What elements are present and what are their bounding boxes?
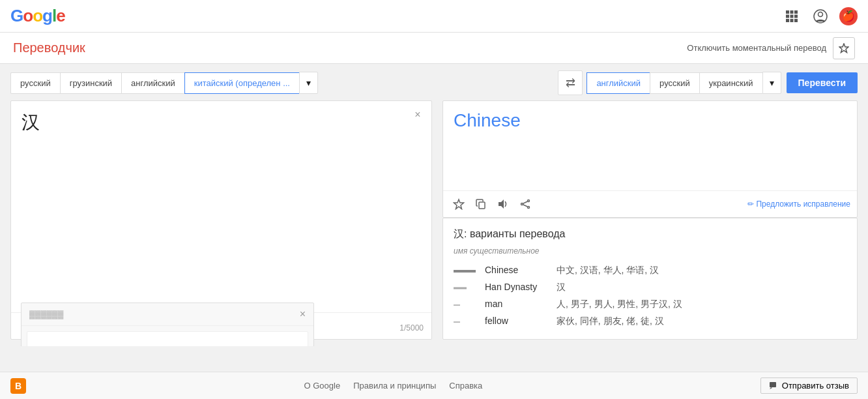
svg-rect-23 [454,304,460,306]
svg-point-17 [528,207,530,209]
svg-marker-15 [499,200,504,209]
user-profile-icon[interactable] [811,7,830,26]
keyboard-header: ▓▓▓▓▓▓ × [22,303,313,326]
variant-word-fellow[interactable]: fellow [485,316,550,326]
chevron-down-icon-target: ▾ [770,78,774,88]
right-panel-icons [450,195,534,213]
variant-row-chinese: Chinese 中文, 汉语, 华人, 华语, 汉 [454,262,846,279]
svg-rect-8 [794,19,798,22]
svg-line-20 [523,205,528,207]
target-lang-bar: английский русский украинский ▾ Перевест… [586,72,858,94]
variant-word-chinese[interactable]: Chinese [485,265,550,275]
right-panel-footer: ✏ Предложить исправление [443,190,857,217]
variant-word-han[interactable]: Han Dynasty [485,282,550,292]
variant-row-han: Han Dynasty 汉 [454,279,846,296]
keyboard-header-text: ▓▓▓▓▓▓ [29,310,64,319]
source-lang-georgian[interactable]: грузинский [60,72,121,94]
svg-rect-6 [786,19,789,22]
source-lang-russian[interactable]: русский [10,72,60,94]
svg-point-18 [521,203,523,205]
apps-grid-icon[interactable] [782,7,802,26]
red-app-icon[interactable]: 🍎 [839,7,858,25]
variant-row-man: man 人, 男子, 男人, 男性, 男子汉, 汉 [454,296,846,313]
svg-rect-5 [794,14,798,18]
svg-marker-13 [454,200,464,209]
variants-subtitle: имя существительное [454,246,846,256]
instant-translate-label: Отключить моментальный перевод [687,43,826,53]
svg-marker-11 [839,44,848,53]
target-lang-english[interactable]: английский [586,72,650,94]
keyboard-drawing-area[interactable] [27,331,308,346]
top-bar-left: Google [10,6,65,26]
svg-rect-21 [454,270,476,273]
target-lang-dropdown[interactable]: ▾ [762,72,781,94]
svg-rect-1 [790,10,794,14]
suggest-edit-link[interactable]: ✏ Предложить исправление [747,200,850,209]
variant-word-man[interactable]: man [485,299,550,309]
variant-trans-chinese: 中文, 汉语, 华人, 华语, 汉 [557,265,659,276]
favorite-button[interactable] [833,37,855,59]
svg-rect-3 [786,14,789,18]
share-icon[interactable] [516,195,534,213]
svg-point-16 [528,200,530,202]
target-lang-russian[interactable]: русский [650,72,699,94]
variant-row-fellow: fellow 家伙, 同伴, 朋友, 佬, 徒, 汉 [454,313,846,330]
variant-trans-fellow: 家伙, 同伴, 朋友, 佬, 徒, 汉 [557,316,664,327]
main-content: русский грузинский английский китайский … [0,64,868,346]
listen-icon[interactable] [494,195,512,213]
svg-rect-7 [790,19,794,22]
app-title: Переводчик [13,40,85,55]
copy-icon[interactable] [472,195,490,213]
google-logo: Google [10,6,65,26]
app-title-right: Отключить моментальный перевод [687,37,855,59]
chevron-down-icon: ▾ [306,78,311,88]
variants-title: 汉: варианты перевода [454,228,846,241]
source-input-text[interactable]: 汉 [11,101,431,312]
translation-result-text: Chinese [443,101,857,190]
target-text-panel: Chinese [442,100,858,218]
svg-rect-24 [454,321,460,323]
svg-rect-2 [794,10,798,14]
right-area: Chinese [437,100,858,340]
keyboard-close-button[interactable]: × [300,308,306,320]
svg-point-10 [818,12,823,16]
svg-rect-0 [786,10,789,14]
app-title-bar: Переводчик Отключить моментальный перево… [0,33,868,64]
keyboard-popup: ▓▓▓▓▓▓ × , . ? ! : ' " ; @ ⌫ Multiple la… [21,303,314,346]
source-lang-english[interactable]: английский [121,72,184,94]
svg-rect-4 [790,14,794,18]
translate-button[interactable]: Перевести [787,72,858,93]
top-bar: Google 🍎 [0,0,868,33]
star-icon[interactable] [450,195,468,213]
variant-trans-han: 汉 [557,282,566,293]
svg-line-19 [523,201,528,203]
char-count: 1/5000 [399,323,424,332]
translation-area: 汉 × 1/5000 [10,100,858,340]
source-lang-bar: русский грузинский английский китайский … [10,72,554,94]
swap-languages-button[interactable]: ⇄ [558,70,583,95]
language-bar: русский грузинский английский китайский … [10,70,858,95]
source-lang-dropdown[interactable]: ▾ [299,72,318,94]
svg-rect-22 [454,288,467,289]
variant-trans-man: 人, 男子, 男人, 男性, 男子汉, 汉 [557,299,682,310]
svg-rect-14 [479,202,485,209]
source-text-value: 汉 [22,110,40,135]
clear-input-button[interactable]: × [411,108,425,122]
target-lang-ukrainian[interactable]: украинский [699,72,762,94]
top-bar-right: 🍎 [782,7,858,26]
source-lang-chinese[interactable]: китайский (определен ... [184,72,299,94]
variants-panel: 汉: варианты перевода имя существительное… [442,218,858,340]
